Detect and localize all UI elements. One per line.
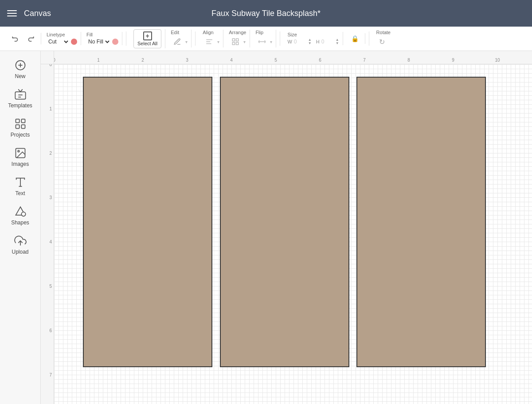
select-all-section: + Select All (130, 29, 165, 48)
sidebar-item-projects[interactable]: Projects (0, 113, 40, 142)
sidebar-item-shapes-label: Shapes (11, 220, 29, 226)
grid-canvas[interactable] (54, 64, 532, 404)
sidebar-item-text[interactable]: Text (0, 172, 40, 201)
rotate-button[interactable]: ↻ (376, 36, 387, 48)
ruler-h-mark-4: 4 (230, 58, 233, 63)
ruler-v-mark-4: 4 (49, 239, 52, 244)
fill-color-dot (112, 39, 118, 45)
app-title: Canvas (24, 9, 51, 18)
sidebar-item-shapes[interactable]: Shapes (0, 201, 40, 230)
svg-point-16 (18, 150, 20, 152)
align-section: Align ▾ (199, 30, 223, 47)
images-icon (14, 147, 27, 159)
canvas-container[interactable]: 012345678910 01234567 (41, 51, 532, 404)
size-label: Size W 0 ▲ ▼ H 0 ▲ ▼ (287, 32, 339, 45)
svg-rect-11 (16, 119, 19, 123)
svg-rect-6 (236, 43, 239, 45)
rotate-icon: ↻ (379, 38, 385, 46)
tile-0[interactable] (83, 77, 212, 367)
fill-section: Fill No Fill Fill (83, 32, 122, 45)
lock-button[interactable]: 🔒 (348, 33, 361, 44)
toolbar: Linetype Cut Draw Score Fill No Fill Fil… (0, 27, 532, 51)
align-label: Align ▾ (203, 30, 219, 47)
size-section: Size W 0 ▲ ▼ H 0 ▲ ▼ (284, 32, 343, 45)
upload-icon (14, 235, 27, 247)
main-layout: New Templates Projects (0, 51, 532, 404)
sidebar-item-projects-label: Projects (11, 132, 30, 138)
fill-label: Fill No Fill Fill (86, 32, 118, 45)
linetype-section: Linetype Cut Draw Score (43, 32, 81, 45)
text-icon (14, 176, 27, 188)
ruler-corner (41, 51, 54, 64)
sidebar-item-new[interactable]: New (0, 55, 40, 84)
select-all-icon: + (143, 31, 152, 40)
sidebar-item-images[interactable]: Images (0, 142, 40, 172)
flip-section: Flip ▾ (252, 30, 276, 47)
svg-point-19 (21, 212, 25, 216)
svg-rect-13 (16, 125, 19, 128)
select-all-label: Select All (137, 41, 157, 46)
ruler-h-mark-3: 3 (186, 58, 188, 63)
sidebar-item-templates-label: Templates (8, 102, 32, 109)
ruler-v-mark-6: 6 (49, 328, 52, 333)
arrange-button[interactable] (229, 36, 242, 47)
ruler-h-mark-6: 6 (319, 58, 321, 63)
ruler-h-mark-10: 10 (495, 58, 500, 63)
sidebar-item-templates[interactable]: Templates (0, 84, 40, 113)
tile-2[interactable] (356, 77, 486, 367)
svg-rect-12 (21, 119, 25, 123)
svg-rect-4 (236, 39, 239, 41)
edit-label: Edit ▾ (171, 30, 188, 47)
arrange-section: Arrange ▾ (225, 30, 250, 47)
ruler-h-mark-9: 9 (452, 58, 454, 63)
ruler-h-mark-5: 5 (274, 58, 277, 63)
sidebar-item-images-label: Images (12, 161, 29, 167)
ruler-v-mark-7: 7 (49, 373, 52, 377)
ruler-v-mark-5: 5 (49, 284, 52, 289)
size-h-down[interactable]: ▼ (336, 42, 339, 45)
ruler-v-mark-2: 2 (49, 151, 52, 156)
menu-icon[interactable] (7, 10, 17, 16)
arrange-label: Arrange ▾ (229, 30, 246, 47)
edit-button[interactable] (171, 36, 184, 47)
sidebar-item-upload[interactable]: Upload (0, 230, 40, 259)
rotate-section: Rotate ↻ (373, 30, 394, 48)
select-all-button[interactable]: + Select All (133, 29, 161, 48)
toolbar-divider-4 (369, 31, 369, 46)
fill-select[interactable]: No Fill Fill (86, 38, 111, 45)
toolbar-divider-3 (280, 31, 280, 46)
svg-rect-5 (233, 43, 235, 45)
flip-button[interactable] (255, 36, 269, 47)
projects-icon (14, 118, 27, 130)
ruler-h-mark-8: 8 (407, 58, 410, 63)
ruler-h-mark-7: 7 (363, 58, 366, 63)
size-w-down[interactable]: ▼ (308, 42, 312, 45)
undo-button[interactable] (9, 33, 22, 44)
linetype-select[interactable]: Cut Draw Score (47, 38, 70, 45)
ruler-h-mark-1: 1 (97, 58, 100, 63)
linetype-label: Linetype Cut Draw Score (47, 32, 77, 45)
tile-1[interactable] (220, 77, 349, 367)
sidebar-item-new-label: New (15, 73, 25, 79)
sidebar: New Templates Projects (0, 51, 41, 404)
svg-rect-14 (21, 125, 25, 128)
toolbar-divider-2 (195, 31, 196, 46)
rotate-label: Rotate ↻ (376, 30, 391, 48)
svg-rect-3 (233, 39, 235, 41)
redo-button[interactable] (24, 33, 37, 44)
new-icon (14, 59, 27, 71)
ruler-left: 01234567 (41, 64, 54, 404)
ruler-top: 012345678910 (54, 51, 532, 64)
flip-label: Flip ▾ (255, 30, 272, 47)
header: Canvas Faux Subway Tile Backsplash* (0, 0, 532, 27)
align-button[interactable] (203, 36, 216, 47)
templates-icon (14, 88, 27, 101)
ruler-h-mark-2: 2 (141, 58, 144, 63)
linetype-color-dot (71, 39, 77, 45)
shapes-icon (14, 205, 27, 218)
sidebar-item-text-label: Text (15, 190, 25, 196)
edit-section: Edit ▾ (167, 30, 192, 47)
undo-redo-section (5, 33, 41, 44)
lock-section: 🔒 (345, 33, 365, 44)
toolbar-divider-1 (126, 31, 126, 46)
